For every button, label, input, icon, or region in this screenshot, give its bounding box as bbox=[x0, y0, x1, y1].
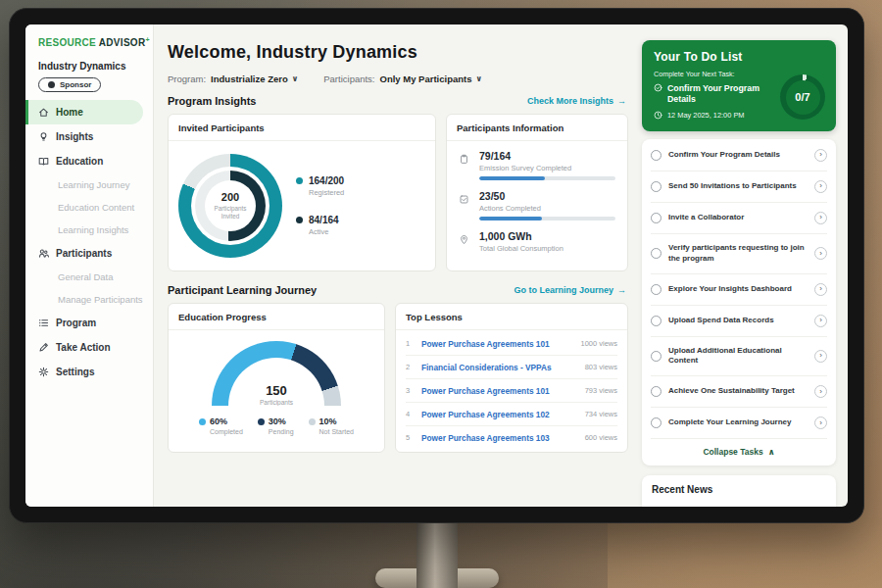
sidebar-item-learning-journey[interactable]: Learning Journey bbox=[25, 173, 153, 196]
task-label: Confirm Your Program Details bbox=[668, 150, 808, 161]
todo-item[interactable]: Confirm Your Program Details › bbox=[651, 140, 827, 172]
invited-donut-chart: 200 Participants Invited bbox=[178, 154, 282, 258]
legend-item: 164/200 Registered bbox=[296, 175, 344, 197]
todo-item[interactable]: Invite a Collaborator › bbox=[651, 203, 827, 234]
task-label: Invite a Collaborator bbox=[668, 213, 808, 223]
task-checkbox[interactable] bbox=[651, 316, 662, 326]
stat-row: 79/164 Emission Survey Completed bbox=[459, 150, 615, 180]
section-title: Program Insights bbox=[168, 95, 256, 107]
todo-item[interactable]: Upload Spend Data Records › bbox=[651, 306, 827, 337]
chevron-right-icon[interactable]: › bbox=[814, 283, 827, 296]
checkbox-icon bbox=[459, 190, 471, 220]
todo-progress-value: 0/7 bbox=[786, 80, 820, 115]
task-checkbox[interactable] bbox=[651, 351, 662, 362]
stat-label: Actions Completed bbox=[479, 204, 615, 213]
todo-item[interactable]: Upload Additional Educational Content › bbox=[651, 337, 827, 377]
task-checkbox[interactable] bbox=[651, 213, 662, 223]
lesson-rank: 1 bbox=[406, 339, 414, 348]
check-more-insights-link[interactable]: Check More Insights → bbox=[527, 96, 626, 106]
legend-dot-pending bbox=[258, 418, 265, 425]
collapse-tasks-button[interactable]: Collapse Tasks ∧ bbox=[651, 439, 827, 464]
sidebar-item-take-action[interactable]: Take Action bbox=[25, 335, 153, 360]
lesson-link[interactable]: Financial Considerations - VPPAs bbox=[421, 363, 577, 372]
legend-label: Active bbox=[309, 227, 339, 236]
task-checkbox[interactable] bbox=[651, 248, 662, 259]
lessons-list: 1 Power Purchase Agreements 101 1000 vie… bbox=[396, 330, 627, 452]
sidebar-item-settings[interactable]: Settings bbox=[25, 360, 153, 384]
todo-item[interactable]: Explore Your Insights Dashboard › bbox=[651, 274, 827, 306]
invited-card-body: 200 Participants Invited 164/200 Registe bbox=[169, 141, 435, 270]
sidebar-item-label: Manage Participants bbox=[58, 294, 143, 305]
sidebar-item-education-content[interactable]: Education Content bbox=[25, 196, 153, 219]
program-filter-dropdown[interactable]: Industrialize Zero ∨ bbox=[211, 74, 298, 84]
todo-item[interactable]: Verify participants requesting to join t… bbox=[651, 234, 827, 274]
invited-participants-card: Invited Participants 200 Participants In… bbox=[168, 114, 436, 271]
education-progress-card: Education Progress 150 Participants bbox=[168, 303, 385, 453]
sidebar-item-label: Education bbox=[56, 156, 103, 167]
caret-down-icon: ∨ bbox=[292, 74, 299, 83]
sidebar-item-learning-insights[interactable]: Learning Insights bbox=[25, 219, 153, 241]
sidebar-item-general-data[interactable]: General Data bbox=[25, 266, 153, 288]
chevron-right-icon[interactable]: › bbox=[814, 416, 827, 429]
due-date-label: 12 May 2025, 12:00 PM bbox=[667, 111, 744, 120]
chevron-right-icon[interactable]: › bbox=[814, 385, 827, 398]
stat-row: 23/50 Actions Completed bbox=[459, 190, 615, 220]
chevron-right-icon[interactable]: › bbox=[814, 247, 827, 260]
filter-bar: Program: Industrialize Zero ∨ Participan… bbox=[168, 74, 628, 84]
lesson-link[interactable]: Power Purchase Agreements 103 bbox=[421, 433, 577, 443]
task-checkbox[interactable] bbox=[651, 150, 662, 161]
todo-item[interactable]: Achieve One Sustainability Target › bbox=[651, 376, 827, 408]
check-circle-icon bbox=[654, 83, 662, 92]
stat-value: 79/164 bbox=[479, 150, 615, 162]
sidebar-item-manage-participants[interactable]: Manage Participants bbox=[25, 288, 153, 311]
task-checkbox[interactable] bbox=[651, 386, 662, 397]
sidebar-item-education[interactable]: Education bbox=[25, 149, 153, 173]
chevron-right-icon[interactable]: › bbox=[814, 315, 827, 327]
sidebar-item-home[interactable]: Home bbox=[25, 100, 143, 124]
lesson-row[interactable]: 1 Power Purchase Agreements 101 1000 vie… bbox=[406, 332, 617, 356]
sidebar-item-label: Education Content bbox=[58, 202, 134, 213]
todo-item[interactable]: Complete Your Learning Journey › bbox=[651, 408, 827, 439]
task-checkbox[interactable] bbox=[651, 417, 662, 428]
task-checkbox[interactable] bbox=[651, 181, 662, 192]
task-label: Explore Your Insights Dashboard bbox=[668, 284, 808, 295]
participants-information-card: Participants Information 79/164 Emission… bbox=[446, 114, 628, 271]
chevron-right-icon[interactable]: › bbox=[814, 350, 827, 363]
lesson-link[interactable]: Power Purchase Agreements 101 bbox=[421, 386, 577, 396]
participants-filter-dropdown[interactable]: Only My Participants ∨ bbox=[380, 74, 482, 84]
lesson-row[interactable]: 3 Power Purchase Agreements 101 793 view… bbox=[406, 379, 617, 403]
sponsor-badge[interactable]: Sponsor bbox=[38, 77, 101, 92]
todo-item[interactable]: Send 50 Invitations to Participants › bbox=[651, 172, 827, 203]
stat-label: Total Global Consumption bbox=[479, 244, 615, 253]
chevron-right-icon[interactable]: › bbox=[814, 149, 827, 162]
program-filter-label: Program: bbox=[168, 74, 206, 84]
sidebar-item-program[interactable]: Program bbox=[25, 311, 153, 335]
caret-down-icon: ∨ bbox=[476, 74, 483, 83]
lesson-views: 793 views bbox=[585, 386, 617, 395]
sidebar-item-insights[interactable]: Insights bbox=[25, 124, 153, 149]
lesson-row[interactable]: 5 Power Purchase Agreements 103 600 view… bbox=[406, 426, 617, 449]
go-to-learning-journey-link[interactable]: Go to Learning Journey → bbox=[514, 285, 626, 295]
legend-value: 60% bbox=[210, 416, 227, 426]
chevron-right-icon[interactable]: › bbox=[814, 180, 827, 193]
lesson-rank: 5 bbox=[406, 433, 414, 442]
chevron-right-icon[interactable]: › bbox=[814, 212, 827, 224]
lesson-views: 600 views bbox=[585, 433, 617, 442]
lesson-row[interactable]: 2 Financial Considerations - VPPAs 803 v… bbox=[406, 356, 617, 379]
legend-label: Registered bbox=[309, 188, 344, 197]
gauge-center-value: 150 bbox=[212, 383, 341, 398]
card-title: Invited Participants bbox=[169, 115, 435, 141]
recent-news-title: Recent News bbox=[652, 484, 826, 495]
lesson-row[interactable]: 4 Power Purchase Agreements 102 734 view… bbox=[406, 403, 617, 426]
participants-filter-value: Only My Participants bbox=[380, 74, 472, 84]
lesson-link[interactable]: Power Purchase Agreements 102 bbox=[421, 410, 577, 419]
link-label: Go to Learning Journey bbox=[514, 285, 613, 295]
sidebar-item-label: Take Action bbox=[56, 342, 111, 353]
lesson-link[interactable]: Power Purchase Agreements 101 bbox=[421, 339, 572, 349]
sidebar-item-participants[interactable]: Participants bbox=[25, 241, 153, 266]
stat-label: Emission Survey Completed bbox=[479, 164, 615, 172]
task-checkbox[interactable] bbox=[651, 284, 662, 295]
gauge-legend: 60% Completed 30% Pending 10% Not Starte… bbox=[199, 416, 354, 435]
sidebar-item-label: Home bbox=[56, 107, 83, 118]
list-icon bbox=[38, 318, 49, 328]
